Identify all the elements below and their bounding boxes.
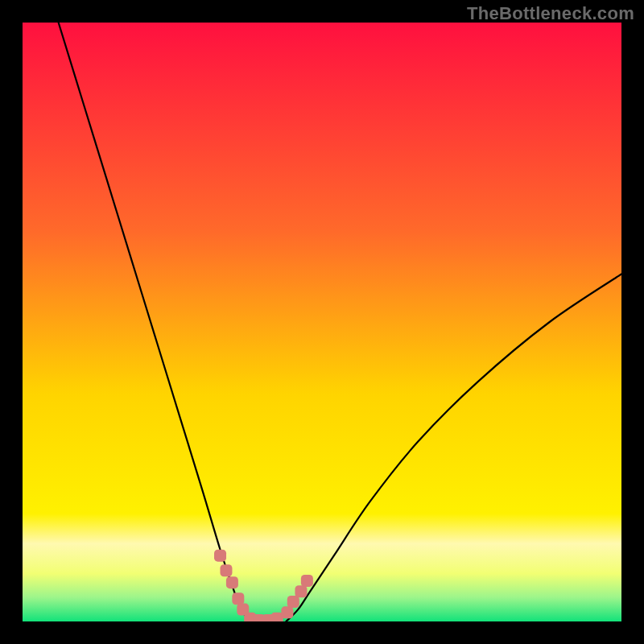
marker-point (301, 575, 313, 587)
bottleneck-chart (23, 23, 621, 621)
marker-point (226, 576, 238, 588)
marker-point (232, 592, 244, 605)
chart-frame: TheBottleneck.com (0, 0, 644, 644)
marker-point (287, 596, 299, 608)
marker-point (295, 585, 307, 597)
plot-background (23, 23, 621, 621)
marker-point (220, 564, 232, 576)
watermark-text: TheBottleneck.com (467, 3, 634, 24)
marker-point (214, 550, 226, 562)
marker-point (281, 606, 293, 618)
